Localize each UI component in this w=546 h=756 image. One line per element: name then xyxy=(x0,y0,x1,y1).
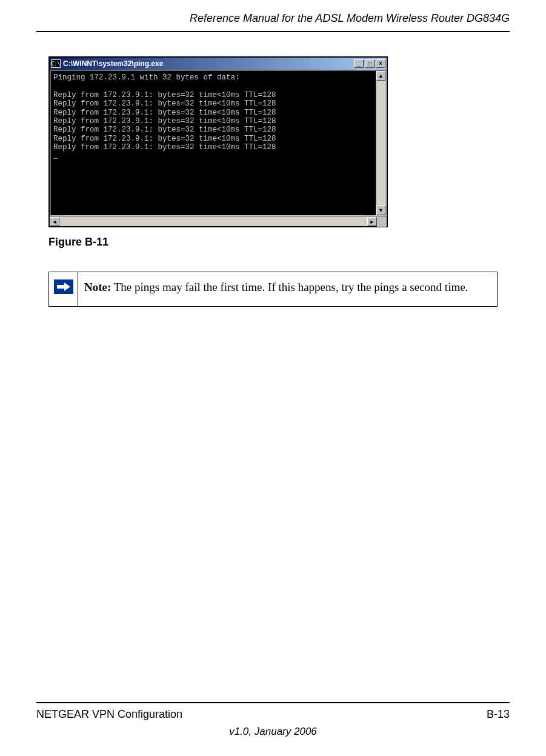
page-header: Reference Manual for the ADSL Modem Wire… xyxy=(36,0,510,32)
console-output: Pinging 172.23.9.1 with 32 bytes of data… xyxy=(51,71,376,215)
close-button[interactable]: × xyxy=(376,59,385,68)
figure-caption: Figure B-11 xyxy=(48,236,510,249)
window-title: C:\WINNT\system32\ping.exe xyxy=(63,59,354,68)
note-label: Note: xyxy=(84,281,111,293)
scroll-track-vertical[interactable] xyxy=(376,81,385,206)
note-body: The pings may fail the first time. If th… xyxy=(111,281,468,293)
ping-screenshot: C:\ C:\WINNT\system32\ping.exe _ □ × Pin… xyxy=(48,56,388,227)
scroll-up-button[interactable]: ▲ xyxy=(376,71,385,81)
note-arrow-icon xyxy=(54,279,73,294)
svg-marker-0 xyxy=(57,283,70,291)
footer-left: NETGEAR VPN Configuration xyxy=(36,708,182,721)
vertical-scrollbar[interactable]: ▲ ▼ xyxy=(376,71,385,215)
scroll-down-button[interactable]: ▼ xyxy=(376,206,385,215)
scroll-left-button[interactable]: ◄ xyxy=(50,217,59,226)
note-icon-cell xyxy=(49,272,78,306)
scrollbar-corner xyxy=(377,217,387,227)
scroll-track-horizontal[interactable] xyxy=(59,217,367,226)
cmd-icon: C:\ xyxy=(51,59,61,68)
note-box: Note: The pings may fail the first time.… xyxy=(48,272,498,307)
window-controls: _ □ × xyxy=(354,59,385,68)
maximize-button[interactable]: □ xyxy=(365,59,375,68)
scroll-right-button[interactable]: ► xyxy=(367,217,377,226)
window-titlebar: C:\ C:\WINNT\system32\ping.exe _ □ × xyxy=(50,58,387,70)
footer-page-number: B-13 xyxy=(487,708,510,721)
horizontal-scrollbar[interactable]: ◄ ► xyxy=(50,216,387,226)
footer-version: v1.0, January 2006 xyxy=(36,726,510,738)
console-area: Pinging 172.23.9.1 with 32 bytes of data… xyxy=(50,70,387,216)
manual-title: Reference Manual for the ADSL Modem Wire… xyxy=(36,12,510,31)
footer-line-1: NETGEAR VPN Configuration B-13 xyxy=(36,708,510,721)
header-divider xyxy=(36,31,510,32)
page-footer: NETGEAR VPN Configuration B-13 v1.0, Jan… xyxy=(36,702,510,738)
footer-divider xyxy=(36,702,510,703)
note-text: Note: The pings may fail the first time.… xyxy=(78,272,476,306)
minimize-button[interactable]: _ xyxy=(354,59,364,68)
